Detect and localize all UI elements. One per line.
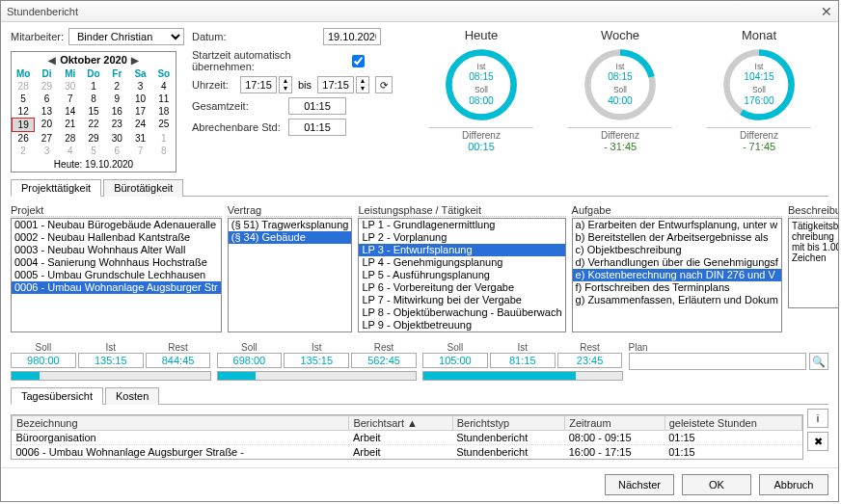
- day-table: BezeichnungBerichtsart ▲BerichtstypZeitr…: [11, 414, 803, 460]
- list-item[interactable]: (§ 51) Tragwerksplanung: [229, 219, 352, 231]
- table-row[interactable]: 0002 - Neubau Hallenbad Kantstraße - LP …: [13, 460, 802, 461]
- auto-checkbox[interactable]: [352, 55, 365, 67]
- delete-button[interactable]: ✖: [807, 432, 828, 451]
- table-header[interactable]: Berichtstyp: [452, 416, 565, 431]
- window: Stundenbericht ✕ Mitarbeiter: Binder Chr…: [0, 0, 839, 502]
- list-item[interactable]: LP 6 - Vorbereitung der Vergabe: [359, 281, 564, 294]
- list-item[interactable]: 0005 - Umbau Grundschule Lechhausen: [12, 269, 221, 281]
- close-icon[interactable]: ✕: [821, 4, 832, 19]
- table-header[interactable]: Berichtsart ▲: [349, 416, 452, 431]
- time-to-input[interactable]: [317, 76, 354, 93]
- list-item[interactable]: LP 8 - Objektüberwachung - Bauüberwach: [359, 306, 564, 319]
- list-item[interactable]: (§ 34) Gebäude: [229, 231, 352, 244]
- titlebar: Stundenbericht ✕: [1, 1, 838, 22]
- ok-button[interactable]: OK: [682, 474, 751, 495]
- calendar[interactable]: ◀ Oktober 2020 ▶ MoDiMiDoFrSaSo282930123…: [11, 51, 176, 172]
- date-label: Datum:: [192, 31, 317, 42]
- list-item[interactable]: LP 5 - Ausführungsplanung: [359, 269, 564, 281]
- list-item[interactable]: 0006 - Umbau Wohnanlage Augsburger Str: [12, 281, 221, 294]
- svg-text:104:15: 104:15: [744, 71, 774, 82]
- list-item[interactable]: 0004 - Sanierung Wohnhaus Hochstraße: [12, 256, 221, 269]
- vertrag-listbox[interactable]: (§ 51) Tragwerksplanung(§ 34) Gebäude: [228, 218, 353, 332]
- prev-month-icon[interactable]: ◀: [48, 55, 56, 66]
- tab-projekt[interactable]: Projekttätigkeit: [11, 179, 101, 197]
- sum-projekt: Soll980:00 Ist135:15 Rest844:45: [11, 342, 211, 381]
- tab-tages[interactable]: Tagesübersicht: [11, 387, 103, 405]
- aufgabe-listbox[interactable]: a) Erarbeiten der Entwurfsplanung, unter…: [572, 218, 782, 332]
- auto-label: Startzeit automatisch übernehmen:: [192, 49, 346, 72]
- table-row[interactable]: BüroorganisationArbeitStundenbericht08:0…: [13, 431, 802, 445]
- date-input[interactable]: [323, 28, 381, 45]
- list-item[interactable]: LP 1 - Grundlagenermittlung: [359, 219, 564, 231]
- beschreibung-label: Beschreibung: [788, 204, 838, 217]
- time-from-spinner[interactable]: ▲▼: [279, 76, 292, 93]
- vertrag-label: Vertrag: [228, 204, 353, 217]
- sum-vertrag: Soll698:00 Ist135:15 Rest562:45: [217, 342, 418, 381]
- list-item[interactable]: 0002 - Neubau Hallenbad Kantstraße: [12, 231, 221, 244]
- total-label: Gesamtzeit:: [192, 100, 283, 112]
- gauge-monat: Monat Ist 104:15 Soll 176:00 Differenz -…: [707, 28, 811, 172]
- svg-text:176:00: 176:00: [744, 95, 774, 106]
- list-item[interactable]: 0003 - Neubau Wohnhaus Alter Wall: [12, 244, 221, 256]
- time-from-input[interactable]: [240, 76, 277, 93]
- list-item[interactable]: d) Verhandlungen über die Genehmigungsf: [573, 256, 781, 269]
- table-header[interactable]: geleistete Stunden: [665, 416, 801, 431]
- total-input[interactable]: [288, 97, 346, 115]
- table-row[interactable]: 0006 - Umbau Wohnanlage Augsburger Straß…: [13, 445, 802, 460]
- list-item[interactable]: f) Fortschreiben des Terminplans: [573, 281, 781, 294]
- calendar-month: Oktober 2020: [60, 54, 127, 66]
- list-item[interactable]: LP 7 - Mitwirkung bei der Vergabe: [359, 294, 564, 306]
- list-item[interactable]: b) Bereitstellen der Arbeitsergebnisse a…: [573, 231, 781, 244]
- svg-text:Ist: Ist: [755, 62, 765, 71]
- sum-plan: Plan 🔍: [629, 342, 829, 381]
- time-label: Uhrzeit:: [192, 79, 234, 91]
- time-to-spinner[interactable]: ▲▼: [356, 76, 369, 93]
- aufgabe-label: Aufgabe: [572, 204, 782, 217]
- beschreibung-textarea[interactable]: [788, 218, 838, 308]
- list-item[interactable]: e) Kostenberechnung nach DIN 276 und V: [573, 269, 781, 281]
- list-item[interactable]: a) Erarbeiten der Entwurfsplanung, unter…: [573, 219, 781, 231]
- table-header[interactable]: Zeitraum: [565, 416, 665, 431]
- projekt-listbox[interactable]: 0001 - Neubau Bürogebäude Adenaueralle00…: [11, 218, 222, 332]
- gauge-heute: Heute Ist 08:15 Soll 08:00 Differenz 00:…: [429, 28, 533, 172]
- plan-search-icon[interactable]: 🔍: [809, 353, 828, 370]
- tab-kosten[interactable]: Kosten: [105, 387, 159, 405]
- window-title: Stundenbericht: [7, 6, 78, 17]
- employee-label: Mitarbeiter:: [11, 31, 63, 42]
- svg-text:08:00: 08:00: [469, 95, 494, 106]
- leistung-listbox[interactable]: LP 1 - GrundlagenermittlungLP 2 - Vorpla…: [358, 218, 565, 332]
- svg-text:08:15: 08:15: [608, 71, 633, 82]
- list-item[interactable]: 0001 - Neubau Bürogebäude Adenaueralle: [12, 219, 221, 231]
- list-item[interactable]: g) Zusammenfassen, Erläutern und Dokum: [573, 294, 781, 306]
- svg-text:Ist: Ist: [616, 62, 626, 71]
- list-item[interactable]: LP 2 - Vorplanung: [359, 231, 564, 244]
- table-header[interactable]: Bezeichnung: [13, 416, 349, 431]
- main-tabs: Projekttätigkeit Bürotätigkeit: [11, 178, 828, 197]
- sum-leistung: Soll105:00 Ist81:15 Rest23:45: [422, 342, 623, 381]
- list-item[interactable]: LP 3 - Entwurfsplanung: [359, 244, 564, 256]
- gauge-woche: Woche Ist 08:15 Soll 40:00 Differenz - 3…: [568, 28, 672, 172]
- tab-buero[interactable]: Bürotätigkeit: [103, 179, 183, 197]
- plan-input[interactable]: [629, 353, 807, 370]
- list-item[interactable]: LP 4 - Genehmigungsplanung: [359, 256, 564, 269]
- svg-text:Soll: Soll: [475, 85, 488, 94]
- svg-text:Ist: Ist: [477, 62, 487, 71]
- sync-time-icon[interactable]: ⟳: [375, 76, 393, 93]
- list-item[interactable]: LP 9 - Objektbetreuung: [359, 319, 564, 332]
- employee-select[interactable]: Binder Christian: [68, 28, 184, 45]
- calendar-footer[interactable]: Heute: 19.10.2020: [12, 157, 176, 172]
- svg-text:40:00: 40:00: [608, 95, 633, 106]
- billable-input[interactable]: [288, 119, 346, 136]
- projekt-label: Projekt: [11, 204, 222, 217]
- cancel-button[interactable]: Abbruch: [759, 474, 828, 495]
- svg-text:Soll: Soll: [613, 85, 627, 94]
- info-button[interactable]: i: [807, 409, 828, 428]
- svg-text:Soll: Soll: [752, 85, 766, 94]
- leistung-label: Leistungsphase / Tätigkeit: [358, 204, 565, 217]
- list-item[interactable]: c) Objektbeschreibung: [573, 244, 781, 256]
- lower-tabs: Tagesübersicht Kosten: [11, 386, 828, 405]
- billable-label: Abrechenbare Std:: [192, 121, 283, 133]
- next-month-icon[interactable]: ▶: [131, 55, 139, 66]
- svg-text:08:15: 08:15: [469, 71, 494, 82]
- next-button[interactable]: Nächster: [605, 474, 674, 495]
